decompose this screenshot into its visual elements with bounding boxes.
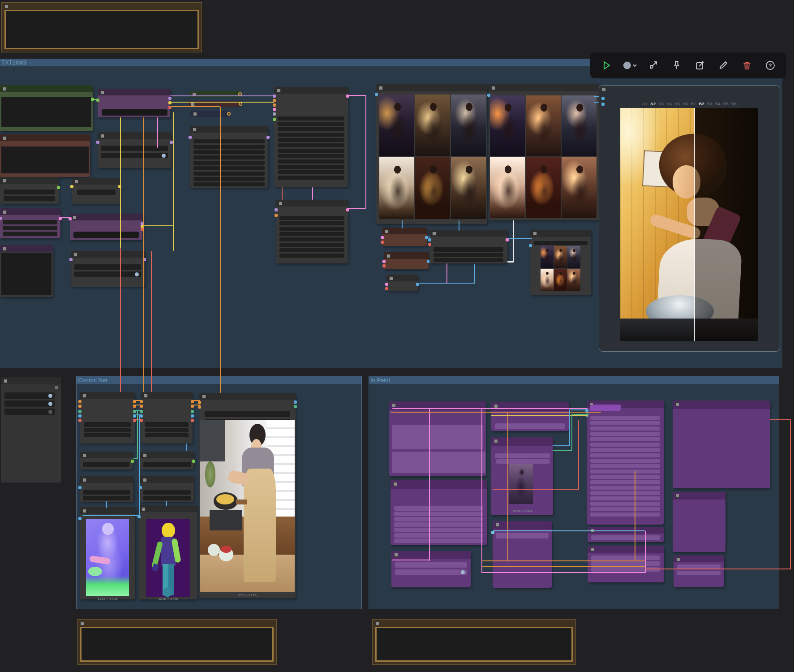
collapse-icon[interactable] [143, 478, 147, 482]
maroon-node[interactable] [0, 134, 90, 177]
node-header[interactable] [141, 392, 193, 399]
io-port[interactable] [78, 410, 82, 413]
normal-map-preview-node[interactable]: 1216 × 1728 [80, 507, 135, 599]
io-port[interactable] [273, 108, 276, 111]
collapse-icon[interactable] [193, 128, 197, 132]
bypassed-node[interactable] [391, 480, 487, 545]
collapse-icon[interactable] [3, 87, 7, 91]
io-port[interactable] [529, 244, 532, 247]
delete-button[interactable] [740, 58, 754, 73]
toggle[interactable] [162, 154, 166, 158]
widget-row[interactable] [590, 416, 660, 420]
widget-row[interactable] [84, 433, 131, 437]
io-port[interactable] [382, 260, 386, 263]
graph-node[interactable] [98, 132, 172, 168]
node-header[interactable] [71, 251, 145, 258]
input-field[interactable] [102, 109, 167, 116]
collapse-icon[interactable] [675, 494, 679, 498]
io-port[interactable] [428, 238, 431, 241]
collapse-icon[interactable] [491, 86, 495, 90]
io-port[interactable] [491, 531, 494, 534]
node-header[interactable] [0, 177, 59, 184]
node-header[interactable] [140, 476, 194, 483]
graph-node[interactable] [71, 251, 145, 287]
group-inpaint-label[interactable]: In Paint [369, 376, 779, 384]
widget-row[interactable] [3, 226, 57, 230]
graph-node[interactable] [429, 230, 507, 263]
variant-label-a5[interactable]: A5 [674, 102, 680, 106]
widget-row[interactable] [591, 535, 660, 540]
image-preview-node[interactable] [0, 245, 53, 297]
toggle[interactable] [461, 570, 465, 574]
collapse-icon[interactable] [100, 134, 104, 138]
pin-button[interactable] [670, 58, 684, 73]
bypassed-node[interactable] [588, 546, 664, 582]
variant-label-b6[interactable]: B6 [731, 102, 737, 106]
io-port[interactable] [385, 287, 388, 290]
widget-row[interactable] [4, 190, 55, 194]
widget-row[interactable] [590, 475, 660, 479]
widget-row[interactable] [394, 506, 483, 511]
collapse-icon[interactable] [193, 112, 197, 116]
widget-row[interactable] [591, 567, 660, 572]
io-port[interactable] [191, 410, 194, 413]
variant-label-a3[interactable]: A3 [658, 102, 664, 106]
segmentation-map-preview-node[interactable]: 1216 × 1728 [139, 505, 197, 599]
node-header[interactable] [384, 252, 429, 259]
image-widget[interactable] [509, 464, 533, 504]
node-header[interactable] [80, 452, 133, 458]
generated-image[interactable] [541, 269, 554, 291]
widget-row[interactable] [590, 453, 660, 457]
node-header[interactable] [274, 87, 348, 94]
widget-row[interactable] [3, 232, 57, 236]
io-port[interactable] [381, 241, 384, 244]
widget-row[interactable] [74, 271, 141, 277]
bypassed-node[interactable] [391, 551, 471, 587]
collapse-icon[interactable] [191, 102, 195, 106]
widget-row[interactable] [394, 538, 483, 543]
collapse-icon[interactable] [3, 136, 7, 140]
widget-row[interactable] [395, 562, 467, 568]
node-header[interactable] [674, 556, 724, 562]
compare-image[interactable] [620, 108, 758, 341]
note-body[interactable] [80, 627, 274, 662]
collapse-icon[interactable] [82, 453, 86, 457]
toggle[interactable] [48, 394, 52, 398]
generated-image[interactable] [567, 269, 580, 291]
node-header[interactable] [80, 507, 135, 514]
node-header[interactable] [0, 208, 60, 215]
widget-row[interactable] [590, 480, 660, 484]
widget-row[interactable] [590, 421, 660, 425]
widget-row[interactable] [83, 496, 130, 500]
io-port[interactable] [487, 94, 490, 97]
widget-row[interactable] [145, 433, 189, 437]
widget-row[interactable] [590, 491, 660, 495]
generated-image[interactable] [526, 95, 561, 156]
widget-row[interactable] [590, 459, 660, 463]
note-node[interactable] [77, 619, 277, 665]
collapse-icon[interactable] [375, 621, 379, 625]
collapse-icon[interactable] [385, 229, 389, 233]
widget-row[interactable] [433, 247, 503, 252]
bypassed-node[interactable] [587, 401, 664, 525]
widget-row[interactable] [278, 116, 344, 121]
node-header[interactable] [1, 377, 61, 384]
widget-row[interactable] [278, 149, 344, 153]
node-header[interactable] [429, 230, 507, 237]
collapsed-node[interactable] [190, 111, 229, 117]
io-port[interactable] [55, 386, 58, 389]
image-compare-panel[interactable]: A1A2A3A4A5A6B1B2B3B4B5B6 [599, 85, 780, 352]
node-header[interactable] [673, 492, 725, 500]
widget-row[interactable] [591, 556, 660, 560]
graph-node[interactable] [98, 89, 170, 117]
widget-row[interactable] [433, 258, 503, 262]
graph-node[interactable] [0, 208, 60, 238]
widget-row[interactable] [193, 161, 265, 165]
io-port[interactable] [239, 102, 242, 106]
collapse-icon[interactable] [533, 232, 537, 236]
io-port[interactable] [78, 486, 82, 489]
collapse-icon[interactable] [82, 394, 86, 398]
widget-row[interactable] [3, 220, 57, 224]
graph-node[interactable] [70, 214, 142, 240]
node-header[interactable] [391, 551, 471, 559]
